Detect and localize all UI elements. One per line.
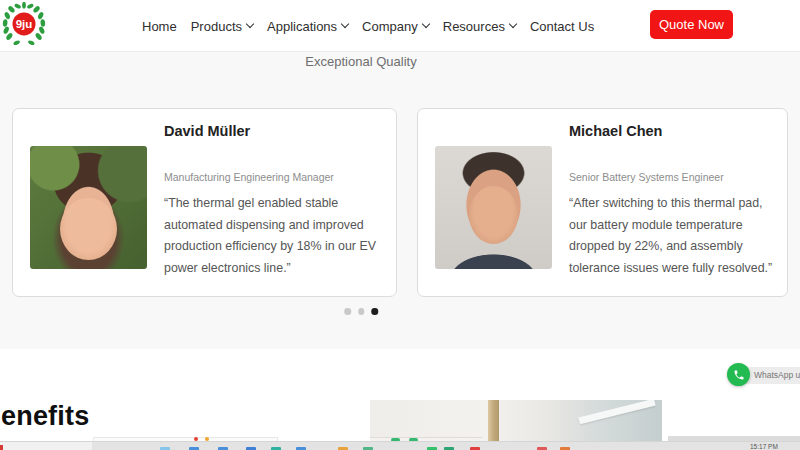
nav-label: Company xyxy=(362,19,418,34)
chevron-down-icon xyxy=(341,20,349,28)
nav-label: Products xyxy=(191,19,242,34)
testimonial-quote: “After switching to this thermal pad, ou… xyxy=(569,193,781,280)
chevron-down-icon xyxy=(422,20,430,28)
taskbar-left-segment xyxy=(0,442,92,450)
testimonial-role: Manufacturing Engineering Manager xyxy=(164,171,334,183)
laurel-logo-icon: 9ju xyxy=(1,2,47,48)
whatsapp-button[interactable] xyxy=(727,363,750,386)
nav-label: Resources xyxy=(443,19,505,34)
taskbar: 15:17 PM xyxy=(0,441,800,450)
testimonial-card: David Müller Manufacturing Engineering M… xyxy=(12,108,397,297)
testimonial-name: Michael Chen xyxy=(569,123,662,139)
nav-item-resources[interactable]: Resources xyxy=(443,19,516,34)
nav-label: Home xyxy=(142,19,177,34)
chevron-down-icon xyxy=(509,20,517,28)
photo-pipe xyxy=(488,400,499,443)
nav-item-contact-us[interactable]: Contact Us xyxy=(530,19,594,34)
nav-item-products[interactable]: Products xyxy=(191,19,253,34)
carousel-dot-3-active[interactable] xyxy=(371,308,378,315)
section-heading: Exceptional Quality xyxy=(305,54,416,69)
nav-item-company[interactable]: Company xyxy=(362,19,429,34)
facility-photo xyxy=(370,400,662,443)
taskbar-accent xyxy=(0,445,3,450)
testimonial-name: David Müller xyxy=(164,123,250,139)
nav-label: Applications xyxy=(267,19,337,34)
site-logo[interactable]: 9ju xyxy=(1,2,47,48)
taskbar-clock[interactable]: 15:17 PM xyxy=(750,443,794,450)
testimonial-photo xyxy=(435,146,552,269)
testimonial-card: Michael Chen Senior Battery Systems Engi… xyxy=(417,108,788,297)
testimonial-quote: “The thermal gel enabled stable automate… xyxy=(164,193,392,280)
benefits-heading-partial: enefits xyxy=(1,401,89,432)
nav-label: Contact Us xyxy=(530,19,594,34)
quote-now-button[interactable]: Quote Now xyxy=(650,10,733,39)
carousel-dot-1[interactable] xyxy=(344,308,351,315)
page: 9ju Home Products Applications Company R… xyxy=(0,0,800,450)
testimonial-photo xyxy=(30,146,147,269)
testimonial-role: Senior Battery Systems Engineer xyxy=(569,171,724,183)
site-header: 9ju Home Products Applications Company R… xyxy=(0,0,800,52)
carousel-pagination xyxy=(344,308,378,315)
phone-icon xyxy=(733,369,745,381)
main-nav: Home Products Applications Company Resou… xyxy=(142,0,594,52)
logo-text: 9ju xyxy=(16,18,33,30)
testimonials-section: Exceptional Quality David Müller Manufac… xyxy=(0,52,800,349)
chevron-down-icon xyxy=(246,20,254,28)
nav-item-home[interactable]: Home xyxy=(142,19,177,34)
carousel-dot-2[interactable] xyxy=(358,308,365,315)
nav-item-applications[interactable]: Applications xyxy=(267,19,348,34)
